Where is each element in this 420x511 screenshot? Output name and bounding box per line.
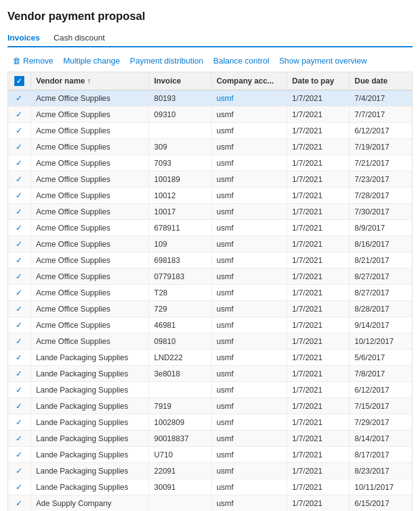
table-row[interactable]: ✓Acme Office Supplies10017usmf1/7/20217/… (8, 204, 412, 220)
remove-icon: 🗑 (12, 56, 21, 65)
select-all-checkbox[interactable]: ✓ (14, 76, 24, 86)
table-row[interactable]: ✓Lande Packaging SuppliesU710usmf1/7/202… (8, 447, 412, 463)
due-date-cell: 8/16/2017 (350, 236, 412, 252)
check-icon: ✓ (16, 385, 22, 394)
tab-cash-discount[interactable]: Cash discount (54, 29, 113, 47)
vendor-name-cell: Acme Office Supplies (31, 236, 149, 252)
row-checkbox-cell[interactable]: ✓ (8, 495, 31, 512)
due-date-header[interactable]: Due date (350, 72, 412, 90)
payment-distribution-button[interactable]: Payment distribution (125, 54, 208, 68)
vendor-name-cell: Lande Packaging Supplies (31, 431, 149, 447)
row-checkbox-cell[interactable]: ✓ (8, 317, 31, 333)
row-checkbox-cell[interactable]: ✓ (8, 139, 31, 155)
table-row[interactable]: ✓Acme Office Supplies10012usmf1/7/20217/… (8, 188, 412, 204)
remove-button[interactable]: 🗑 Remove (7, 54, 58, 68)
date-to-pay-cell: 1/7/2021 (287, 431, 349, 447)
tab-invoices[interactable]: Invoices (7, 29, 49, 47)
row-checkbox-cell[interactable]: ✓ (8, 398, 31, 414)
table-row[interactable]: ✓Lande Packaging Supplies90018837usmf1/7… (8, 431, 412, 447)
row-checkbox-cell[interactable]: ✓ (8, 479, 31, 495)
table-row[interactable]: ✓Acme Office Supplies09310usmf1/7/20217/… (8, 107, 412, 123)
table-row[interactable]: ✓Acme Office Supplies09810usmf1/7/202110… (8, 333, 412, 350)
date-to-pay-cell: 1/7/2021 (287, 285, 349, 301)
table-row[interactable]: ✓Acme Office Supplies100189usmf1/7/20217… (8, 171, 412, 188)
check-icon: ✓ (16, 482, 22, 492)
invoice-cell: 729 (149, 301, 211, 317)
show-payment-overview-button[interactable]: Show payment overview (274, 54, 372, 68)
select-all-header[interactable]: ✓ (8, 72, 31, 90)
table-row[interactable]: ✓Acme Office Supplies80193usmf1/7/20217/… (8, 90, 412, 107)
check-icon: ✓ (16, 223, 22, 232)
table-row[interactable]: ✓Lande Packaging SuppliesLND222usmf1/7/2… (8, 350, 412, 366)
row-checkbox-cell[interactable]: ✓ (8, 463, 31, 479)
row-checkbox-cell[interactable]: ✓ (8, 252, 31, 269)
company-acc-cell[interactable]: usmf (211, 90, 287, 107)
date-to-pay-header[interactable]: Date to pay (287, 72, 349, 90)
date-to-pay-cell: 1/7/2021 (287, 236, 349, 252)
table-row[interactable]: ✓Lande Packaging Suppliesusmf1/7/20216/1… (8, 382, 412, 398)
table-row[interactable]: ✓Acme Office Supplies46981usmf1/7/20219/… (8, 317, 412, 333)
balance-control-button[interactable]: Balance control (208, 54, 274, 68)
company-acc-cell: usmf (211, 285, 287, 301)
date-to-pay-cell: 1/7/2021 (287, 350, 349, 366)
table-row[interactable]: ✓Lande Packaging Supplies7919usmf1/7/202… (8, 398, 412, 414)
table-row[interactable]: ✓Ade Supply Companyusmf1/7/20216/15/2017 (8, 495, 412, 512)
multiple-change-button[interactable]: Multiple change (58, 54, 125, 68)
row-checkbox-cell[interactable]: ✓ (8, 220, 31, 236)
row-checkbox-cell[interactable]: ✓ (8, 285, 31, 301)
row-checkbox-cell[interactable]: ✓ (8, 333, 31, 350)
due-date-cell: 7/23/2017 (350, 171, 412, 188)
table-row[interactable]: ✓Acme Office Suppliesusmf1/7/20216/12/20… (8, 123, 412, 139)
table-row[interactable]: ✓Acme Office Supplies729usmf1/7/20218/28… (8, 301, 412, 317)
invoice-cell: 109 (149, 236, 211, 252)
table-row[interactable]: ✓Lande Packaging Supplies22091usmf1/7/20… (8, 463, 412, 479)
vendor-name-cell: Acme Office Supplies (31, 285, 149, 301)
row-checkbox-cell[interactable]: ✓ (8, 366, 31, 382)
table-row[interactable]: ✓Acme Office SuppliesT28usmf1/7/20218/27… (8, 285, 412, 301)
row-checkbox-cell[interactable]: ✓ (8, 301, 31, 317)
check-icon: ✓ (16, 418, 22, 427)
row-checkbox-cell[interactable]: ✓ (8, 269, 31, 285)
invoice-cell (149, 123, 211, 139)
table-row[interactable]: ✓Acme Office Supplies7093usmf1/7/20217/2… (8, 155, 412, 171)
company-acc-cell: usmf (211, 414, 287, 431)
invoice-cell: 309 (149, 139, 211, 155)
table-row[interactable]: ✓Acme Office Supplies109usmf1/7/20218/16… (8, 236, 412, 252)
row-checkbox-cell[interactable]: ✓ (8, 204, 31, 220)
company-acc-cell: usmf (211, 366, 287, 382)
row-checkbox-cell[interactable]: ✓ (8, 382, 31, 398)
row-checkbox-cell[interactable]: ✓ (8, 90, 31, 107)
table-row[interactable]: ✓Lande Packaging Supplies30091usmf1/7/20… (8, 479, 412, 495)
table-row[interactable]: ✓Acme Office Supplies678911usmf1/7/20218… (8, 220, 412, 236)
toolbar: 🗑 Remove Multiple change Payment distrib… (7, 54, 413, 68)
row-checkbox-cell[interactable]: ✓ (8, 236, 31, 252)
vendor-name-header[interactable]: Vendor name ↑ (31, 72, 149, 90)
company-acc-cell: usmf (211, 333, 287, 350)
date-to-pay-cell: 1/7/2021 (287, 317, 349, 333)
table-row[interactable]: ✓Acme Office Supplies309usmf1/7/20217/19… (8, 139, 412, 155)
table-row[interactable]: ✓Lande Packaging Supplies3e8018usmf1/7/2… (8, 366, 412, 382)
invoice-cell (149, 382, 211, 398)
row-checkbox-cell[interactable]: ✓ (8, 414, 31, 431)
due-date-cell: 10/11/2017 (350, 479, 412, 495)
row-checkbox-cell[interactable]: ✓ (8, 447, 31, 463)
check-icon: ✓ (16, 353, 22, 362)
table-row[interactable]: ✓Acme Office Supplies0779183usmf1/7/2021… (8, 269, 412, 285)
row-checkbox-cell[interactable]: ✓ (8, 171, 31, 188)
company-acc-header[interactable]: Company acc... (211, 72, 287, 90)
table-row[interactable]: ✓Acme Office Supplies698183usmf1/7/20218… (8, 252, 412, 269)
invoice-header[interactable]: Invoice (149, 72, 211, 90)
table-row[interactable]: ✓Lande Packaging Supplies1002809usmf1/7/… (8, 414, 412, 431)
row-checkbox-cell[interactable]: ✓ (8, 431, 31, 447)
row-checkbox-cell[interactable]: ✓ (8, 188, 31, 204)
row-checkbox-cell[interactable]: ✓ (8, 123, 31, 139)
tabs-container: Invoices Cash discount (7, 29, 413, 47)
date-to-pay-cell: 1/7/2021 (287, 495, 349, 512)
check-icon: ✓ (16, 369, 22, 378)
date-to-pay-cell: 1/7/2021 (287, 155, 349, 171)
date-to-pay-cell: 1/7/2021 (287, 301, 349, 317)
row-checkbox-cell[interactable]: ✓ (8, 350, 31, 366)
row-checkbox-cell[interactable]: ✓ (8, 107, 31, 123)
due-date-cell: 8/23/2017 (350, 463, 412, 479)
row-checkbox-cell[interactable]: ✓ (8, 155, 31, 171)
